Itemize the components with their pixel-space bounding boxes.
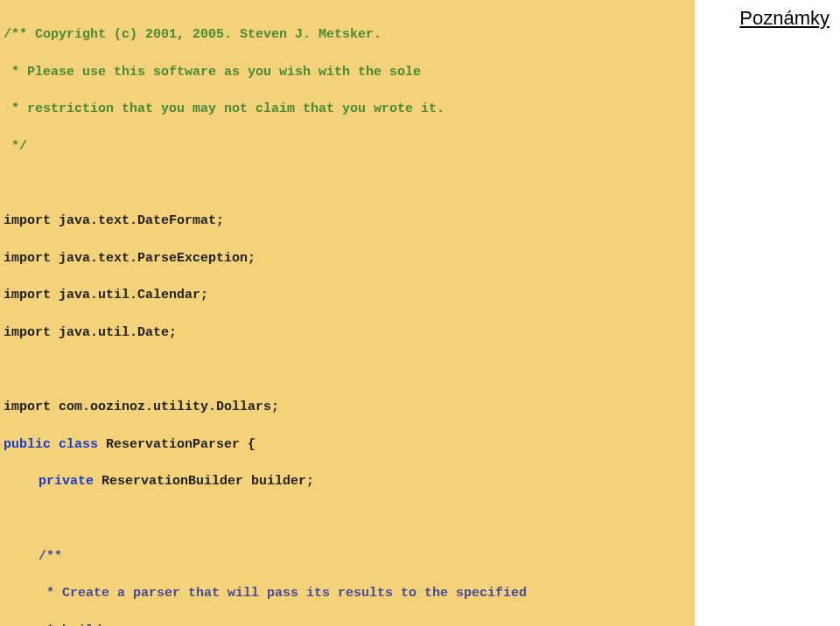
code-line: import java.util.Calendar; <box>4 286 691 304</box>
notes-heading: Poznámky <box>739 7 830 30</box>
doc-comment: * Create a parser that will pass its res… <box>4 584 527 602</box>
code-line: import java.text.DateFormat; <box>4 212 691 230</box>
code-line: public class ReservationParser { <box>4 435 691 454</box>
code-line: import java.util.Date; <box>4 323 691 342</box>
doc-comment: * builder. <box>4 622 125 626</box>
code-line: private ReservationBuilder builder; <box>4 472 691 490</box>
identifier: ReservationBuilder builder; <box>102 474 314 489</box>
code-line: * restriction that you may not claim tha… <box>4 100 691 118</box>
keyword: private <box>38 474 102 489</box>
identifier: ReservationParser { <box>106 437 256 452</box>
blank-line <box>4 510 691 528</box>
code-line: import java.text.ParseException; <box>4 249 691 268</box>
code-line: import com.oozinoz.utility.Dollars; <box>4 398 691 416</box>
code-line: /** <box>4 547 691 566</box>
code-line: /** Copyright (c) 2001, 2005. Steven J. … <box>4 25 691 44</box>
code-line: * Please use this software as you wish w… <box>4 63 691 81</box>
blank-line <box>4 175 691 193</box>
keyword: public class <box>4 437 106 452</box>
doc-comment: /** <box>4 547 62 566</box>
blank-line <box>4 361 691 379</box>
code-panel: /** Copyright (c) 2001, 2005. Steven J. … <box>0 0 695 626</box>
code-line: * Create a parser that will pass its res… <box>4 584 691 602</box>
code-line: */ <box>4 137 691 156</box>
code-line: * builder. <box>4 622 691 626</box>
